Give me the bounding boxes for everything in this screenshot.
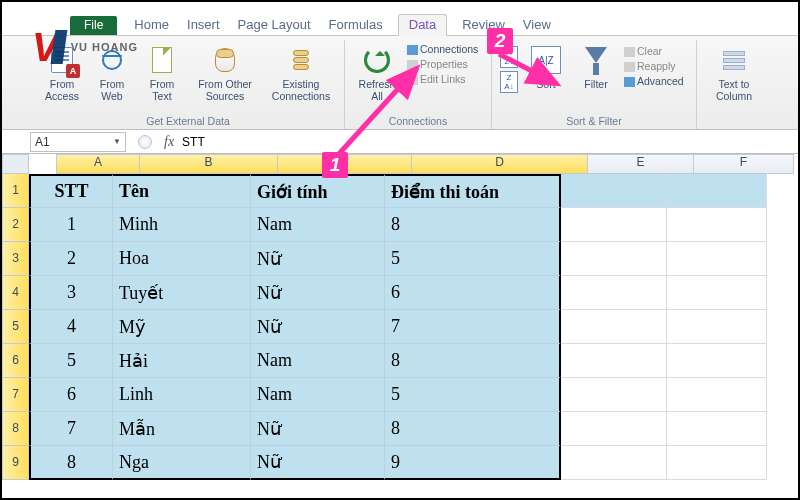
row-header[interactable]: 4 — [2, 276, 29, 310]
cell[interactable] — [667, 412, 767, 446]
cell[interactable]: Giới tính — [251, 174, 385, 208]
cell[interactable]: Nga — [113, 446, 251, 480]
col-header-f[interactable]: F — [694, 154, 794, 174]
cell[interactable] — [667, 242, 767, 276]
spreadsheet-grid[interactable]: A B C D E F 1 STT Tên Giới tính Điểm thi… — [2, 154, 798, 480]
cell[interactable]: Tuyết — [113, 276, 251, 310]
cell[interactable]: Hoa — [113, 242, 251, 276]
cell[interactable]: 8 — [385, 344, 561, 378]
group-sort-filter: AZ↓ ZA↓ A|Z Sort Filter Clear Reapply Ad… — [492, 40, 697, 129]
cell[interactable]: 7 — [385, 310, 561, 344]
col-header-e[interactable]: E — [588, 154, 694, 174]
cell[interactable]: 6 — [29, 378, 113, 412]
tab-data[interactable]: Data — [398, 14, 447, 36]
row-header[interactable]: 9 — [2, 446, 29, 480]
row-header[interactable]: 8 — [2, 412, 29, 446]
cell[interactable]: 7 — [29, 412, 113, 446]
cell[interactable]: Điểm thi toán — [385, 174, 561, 208]
cell[interactable]: Mỹ — [113, 310, 251, 344]
cell[interactable] — [561, 276, 667, 310]
cell[interactable]: 9 — [385, 446, 561, 480]
formula-value[interactable]: STT — [182, 135, 205, 149]
cell[interactable]: Nam — [251, 344, 385, 378]
cell[interactable]: Nữ — [251, 446, 385, 480]
group-label-tools — [705, 114, 763, 129]
cell[interactable] — [561, 378, 667, 412]
cell[interactable]: Tên — [113, 174, 251, 208]
from-text-button[interactable]: From Text — [140, 42, 184, 114]
row-header[interactable]: 5 — [2, 310, 29, 344]
reapply-button: Reapply — [624, 59, 688, 74]
select-all-corner[interactable] — [2, 154, 29, 174]
cell[interactable]: 5 — [29, 344, 113, 378]
dropdown-icon[interactable]: ▼ — [113, 137, 121, 146]
cell[interactable] — [667, 344, 767, 378]
cell[interactable]: Nữ — [251, 412, 385, 446]
cell[interactable]: 4 — [29, 310, 113, 344]
sort-desc-button[interactable]: ZA↓ — [500, 71, 518, 93]
fx-icon[interactable]: fx — [164, 134, 174, 150]
sort-dialog-icon: A|Z — [531, 46, 561, 74]
connections-button[interactable]: Connections — [407, 42, 483, 57]
from-text-label: From Text — [140, 78, 184, 102]
cell[interactable]: Hải — [113, 344, 251, 378]
cell[interactable]: 8 — [385, 412, 561, 446]
group-label-getdata: Get External Data — [40, 114, 336, 129]
cell[interactable]: Linh — [113, 378, 251, 412]
clear-filter-button: Clear — [624, 44, 688, 59]
row-header[interactable]: 3 — [2, 242, 29, 276]
sort-button[interactable]: A|Z Sort — [524, 42, 568, 114]
existing-connections-button[interactable]: Existing Connections — [266, 42, 336, 114]
cell[interactable] — [667, 446, 767, 480]
cell[interactable]: 6 — [385, 276, 561, 310]
cell[interactable]: 3 — [29, 276, 113, 310]
cell[interactable] — [561, 174, 667, 208]
cell[interactable] — [561, 344, 667, 378]
name-box[interactable]: A1 ▼ — [30, 132, 126, 152]
text-to-col-icon — [723, 51, 745, 70]
cell[interactable] — [561, 412, 667, 446]
row-header[interactable]: 7 — [2, 378, 29, 412]
cell[interactable]: 5 — [385, 378, 561, 412]
cell[interactable] — [561, 310, 667, 344]
col-header-d[interactable]: D — [412, 154, 588, 174]
cell[interactable] — [561, 446, 667, 480]
col-header-b[interactable]: B — [140, 154, 278, 174]
cell[interactable]: Minh — [113, 208, 251, 242]
cell[interactable]: Nữ — [251, 242, 385, 276]
col-header-a[interactable]: A — [56, 154, 140, 174]
advanced-filter-button[interactable]: Advanced — [624, 74, 688, 89]
cell[interactable] — [667, 208, 767, 242]
cell[interactable] — [667, 310, 767, 344]
group-label-connections: Connections — [353, 114, 483, 129]
from-other-sources-button[interactable]: From Other Sources — [190, 42, 260, 114]
tab-formulas[interactable]: Formulas — [326, 17, 386, 35]
cell[interactable]: 1 — [29, 208, 113, 242]
tab-view[interactable]: View — [520, 17, 554, 35]
cell[interactable] — [561, 242, 667, 276]
cell[interactable]: Nam — [251, 378, 385, 412]
cell[interactable]: 2 — [29, 242, 113, 276]
refresh-all-button[interactable]: Refresh All — [353, 42, 401, 114]
row-header[interactable]: 1 — [2, 174, 29, 208]
cell[interactable]: Nữ — [251, 276, 385, 310]
cell[interactable]: Mẫn — [113, 412, 251, 446]
cell[interactable] — [667, 378, 767, 412]
tab-insert[interactable]: Insert — [184, 17, 223, 35]
cell[interactable]: STT — [29, 174, 113, 208]
cell[interactable]: 8 — [385, 208, 561, 242]
name-box-value: A1 — [35, 135, 50, 149]
cell[interactable]: 5 — [385, 242, 561, 276]
cell[interactable]: Nữ — [251, 310, 385, 344]
row-header[interactable]: 2 — [2, 208, 29, 242]
cell[interactable]: Nam — [251, 208, 385, 242]
text-to-columns-button[interactable]: Text to Column — [705, 42, 763, 114]
row-header[interactable]: 6 — [2, 344, 29, 378]
cell[interactable] — [667, 276, 767, 310]
from-web-label: From Web — [90, 78, 134, 102]
cell[interactable]: 8 — [29, 446, 113, 480]
tab-page-layout[interactable]: Page Layout — [235, 17, 314, 35]
filter-button[interactable]: Filter — [574, 42, 618, 114]
cell[interactable] — [561, 208, 667, 242]
cell[interactable] — [667, 174, 767, 208]
